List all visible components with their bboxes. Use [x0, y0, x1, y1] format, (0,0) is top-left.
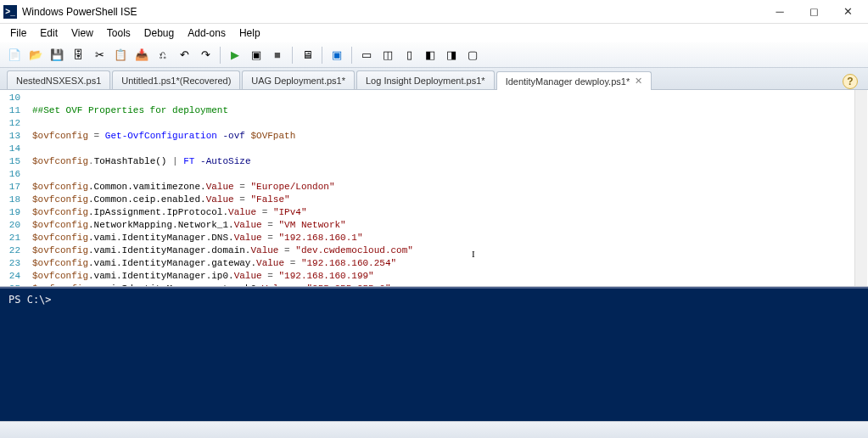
cut-icon[interactable]: ✂ — [90, 46, 109, 65]
line-number: 19 — [3, 206, 20, 219]
maximize-button[interactable]: ◻ — [797, 0, 831, 24]
line-number: 20 — [3, 219, 20, 232]
line-number: 22 — [3, 244, 20, 257]
code-line[interactable]: $ovfconfig.NetworkMapping.Network_1.Valu… — [32, 219, 794, 232]
open-file-icon[interactable]: 📂 — [26, 46, 45, 65]
toolbar-separator — [292, 47, 293, 64]
window-title: Windows PowerShell ISE — [22, 6, 763, 18]
tab-3[interactable]: Log Insight Deployment.ps1* — [356, 70, 495, 89]
layout-4-icon[interactable]: ◧ — [421, 46, 440, 65]
line-number: 14 — [3, 143, 20, 155]
code-line[interactable]: $ovfconfig.ToHashTable() | FT -AutoSize — [32, 155, 794, 168]
toolbar-separator — [322, 47, 322, 64]
menu-debug[interactable]: Debug — [137, 25, 181, 41]
toolbar: 📄📂💾🗄✂📋📥⎌↶↷▶▣■🖥▣▭◫▯◧◨▢ — [0, 42, 868, 68]
line-number: 10 — [3, 92, 20, 104]
tab-strip: NestedNSXESX.ps1Untitled1.ps1*(Recovered… — [0, 68, 868, 90]
line-number: 17 — [3, 181, 20, 194]
menu-file[interactable]: File — [3, 25, 33, 41]
menu-edit[interactable]: Edit — [33, 25, 64, 41]
paste-icon[interactable]: 📥 — [132, 46, 151, 65]
console-pane[interactable]: PS C:\> — [0, 287, 868, 421]
console-prompt: PS C:\> — [8, 294, 52, 306]
stop-icon[interactable]: ■ — [268, 46, 287, 65]
tab-label: IdentityManager dewploy.ps1* — [506, 76, 630, 87]
run-icon[interactable]: ▶ — [226, 46, 244, 65]
code-line[interactable]: $ovfconfig = Get-OvfConfiguration -ovf $… — [32, 130, 794, 143]
line-number: 23 — [3, 257, 20, 270]
line-number: 11 — [3, 104, 20, 117]
tab-label: Untitled1.ps1*(Recovered) — [121, 76, 231, 86]
menu-add-ons[interactable]: Add-ons — [181, 25, 232, 41]
run-selection-icon[interactable]: ▣ — [247, 46, 266, 65]
code-line[interactable]: $ovfconfig.Common.ceip.enabled.Value = "… — [32, 194, 794, 206]
save-all-icon[interactable]: 🗄 — [69, 46, 87, 65]
layout-2-icon[interactable]: ◫ — [378, 46, 397, 65]
layout-6-icon[interactable]: ▢ — [463, 46, 482, 65]
menu-tools[interactable]: Tools — [100, 25, 137, 41]
new-file-icon[interactable]: 📄 — [5, 46, 24, 65]
powershell-icon[interactable]: ▣ — [328, 46, 346, 65]
line-number: 18 — [3, 194, 20, 206]
close-button[interactable]: ✕ — [831, 0, 865, 24]
code-line[interactable]: $ovfconfig.vami.IdentityManager.DNS.Valu… — [32, 232, 794, 244]
tab-label: UAG Deployment.ps1* — [251, 76, 345, 86]
toolbar-separator — [220, 47, 221, 64]
editor-scrollbar[interactable] — [854, 90, 867, 286]
menu-view[interactable]: View — [64, 25, 100, 41]
status-bar — [0, 421, 868, 438]
line-number: 25 — [3, 283, 20, 287]
help-badge-icon[interactable]: ? — [843, 74, 858, 89]
code-line[interactable] — [32, 168, 794, 181]
app-icon: >_ — [3, 5, 17, 19]
code-line[interactable]: $ovfconfig.vami.IdentityManager.ip0.Valu… — [32, 270, 794, 283]
tab-2[interactable]: UAG Deployment.ps1* — [242, 70, 355, 89]
text-cursor-icon: I — [472, 248, 475, 261]
minimize-button[interactable]: ─ — [763, 0, 797, 24]
code-line[interactable]: ##Set OVF Properties for deployment — [32, 104, 794, 117]
menu-help[interactable]: Help — [232, 25, 267, 41]
code-area[interactable]: ##Set OVF Properties for deployment$ovfc… — [27, 90, 799, 286]
tab-4[interactable]: IdentityManager dewploy.ps1*✕ — [496, 71, 652, 90]
line-number: 15 — [3, 155, 20, 168]
undo-icon[interactable]: ↶ — [175, 46, 193, 65]
line-number: 13 — [3, 130, 20, 143]
menu-bar: FileEditViewToolsDebugAdd-onsHelp — [0, 24, 868, 42]
tab-close-icon[interactable]: ✕ — [635, 76, 642, 87]
line-number: 24 — [3, 270, 20, 283]
line-number-gutter: 1011121314151617181920212223242526272829… — [0, 90, 27, 286]
tab-label: Log Insight Deployment.ps1* — [366, 76, 485, 86]
redo-icon[interactable]: ↷ — [196, 46, 215, 65]
title-bar: >_ Windows PowerShell ISE ─ ◻ ✕ — [0, 0, 868, 24]
layout-3-icon[interactable]: ▯ — [400, 46, 418, 65]
layout-5-icon[interactable]: ◨ — [442, 46, 461, 65]
tab-1[interactable]: Untitled1.ps1*(Recovered) — [112, 70, 240, 89]
save-icon[interactable]: 💾 — [48, 46, 66, 65]
code-line[interactable]: $ovfconfig.vami.IdentityManager.netmask0… — [32, 283, 794, 287]
code-line[interactable]: $ovfconfig.IpAssignment.IpProtocol.Value… — [32, 206, 794, 219]
code-line[interactable]: $ovfconfig.vami.IdentityManager.gateway.… — [32, 257, 794, 270]
toolbar-separator — [351, 47, 352, 64]
line-number: 12 — [3, 117, 20, 130]
line-number: 16 — [3, 168, 20, 181]
copy-icon[interactable]: 📋 — [111, 46, 130, 65]
script-editor[interactable]: 1011121314151617181920212223242526272829… — [0, 90, 868, 287]
line-number: 21 — [3, 232, 20, 244]
tab-label: NestedNSXESX.ps1 — [16, 76, 101, 86]
remote-icon[interactable]: 🖥 — [298, 46, 316, 65]
code-line[interactable] — [32, 117, 794, 130]
code-line[interactable]: $ovfconfig.Common.vamitimezone.Value = "… — [32, 181, 794, 194]
code-line[interactable] — [32, 143, 794, 155]
code-line[interactable]: $ovfconfig.vami.IdentityManager.domain.V… — [32, 244, 794, 257]
code-line[interactable] — [32, 92, 794, 104]
tab-0[interactable]: NestedNSXESX.ps1 — [7, 70, 110, 89]
clear-icon[interactable]: ⎌ — [154, 46, 172, 65]
layout-1-icon[interactable]: ▭ — [357, 46, 376, 65]
